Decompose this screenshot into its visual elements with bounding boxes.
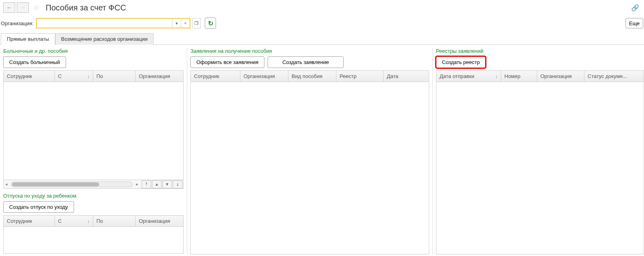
org-dropdown-button[interactable]: ▾ [172,19,181,28]
col-org[interactable]: Организация [136,216,183,226]
col-date[interactable]: Дата [384,71,429,82]
tab-reimbursement[interactable]: Возмещение расходов организации [55,33,154,45]
org-input-wrap: ▾ × [36,18,190,28]
sort-indicator-icon: ↓ [495,74,498,79]
col-kind[interactable]: Вид пособия [288,71,336,82]
col-status[interactable]: Статус докуме... [584,71,644,82]
hscroll-thumb[interactable] [12,182,99,186]
create-registry-button[interactable]: Создать реестр [436,56,486,68]
nav-down-button[interactable]: ▼ [162,180,172,188]
col-org[interactable]: Организация [537,71,584,82]
page-title: Пособия за счет ФСС [46,3,126,12]
sort-indicator-icon: ↓ [87,74,90,79]
applications-table: Сотрудник Организация Вид пособия Реестр… [190,70,429,254]
link-icon[interactable]: 🔗 [631,4,639,12]
section-childcare-title: Отпуска по уходу за ребенком [3,193,184,199]
section-sickleave-title: Больничные и др. пособия [3,48,184,54]
scroll-left-icon[interactable]: ◂ [4,182,9,187]
col-org[interactable]: Организация [136,71,183,82]
org-open-button[interactable]: ❐ [192,18,201,28]
col-from[interactable]: С↓ [55,216,93,226]
childcare-table-body[interactable] [4,227,183,253]
hscroll-track[interactable] [11,182,133,187]
col-reestr[interactable]: Реестр [336,71,384,82]
applications-table-body[interactable] [191,82,429,254]
col-employee[interactable]: Сотрудник [4,216,55,226]
refresh-button[interactable]: ↻ [205,18,216,29]
create-childcare-leave-button[interactable]: Создать отпуск по уходу [3,201,74,213]
org-input[interactable] [37,19,172,28]
create-all-applications-button[interactable]: Оформить все заявления [190,56,264,68]
create-sickleave-button[interactable]: Создать больничный [3,56,66,68]
col-to[interactable]: По [93,71,136,82]
more-button[interactable]: Еще [626,18,643,28]
col-send-date[interactable]: Дата отправки↓ [436,71,501,82]
col-employee[interactable]: Сотрудник [191,71,240,82]
col-employee[interactable]: Сотрудник [4,71,55,82]
create-application-button[interactable]: Создать заявление [268,56,344,68]
nav-back-button[interactable]: ← [3,2,15,13]
section-applications-title: Заявления на получение пособия [190,48,429,54]
sort-indicator-icon: ↓ [87,218,90,224]
sickleave-table: Сотрудник С↓ По Организация ◂ ▸ ⤒ ▲ ▼ ⤓ [3,70,184,189]
sickleave-table-body[interactable] [4,82,183,180]
nav-forward-button[interactable]: → [17,2,29,13]
section-registries-title: Реестры заявлений [436,48,644,54]
col-org[interactable]: Организация [240,71,288,82]
col-number[interactable]: Номер [501,71,537,82]
org-label: Организация: [1,20,34,26]
registries-table-body[interactable] [436,82,644,254]
nav-first-button[interactable]: ⤒ [142,180,151,188]
nav-last-button[interactable]: ⤓ [173,180,182,188]
col-to[interactable]: По [93,216,136,226]
scroll-right-icon[interactable]: ▸ [134,182,140,187]
col-from[interactable]: С↓ [55,71,93,82]
favorite-star-icon[interactable]: ☆ [32,3,41,12]
tab-direct-payments[interactable]: Прямые выплаты [1,33,55,45]
childcare-table: Сотрудник С↓ По Организация [3,215,184,254]
org-clear-button[interactable]: × [181,19,190,28]
registries-table: Дата отправки↓ Номер Организация Статус … [436,70,644,254]
nav-up-button[interactable]: ▲ [152,180,162,188]
